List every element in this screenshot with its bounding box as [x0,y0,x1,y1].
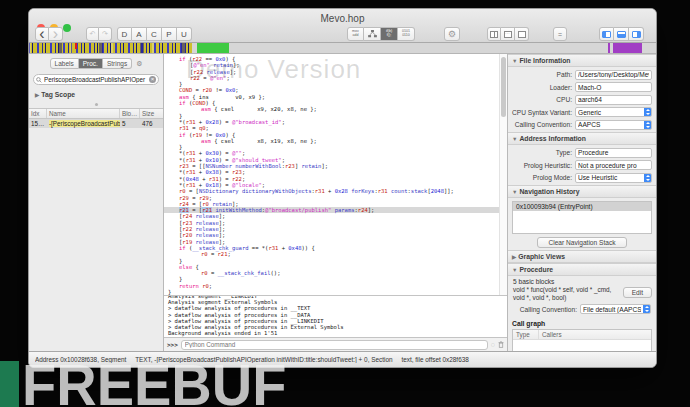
address-information-field-row: Prolog Mode:Use Heuristic [512,173,652,183]
split-view-group [487,27,529,41]
navigation-density-strip[interactable] [29,43,656,54]
window-title: Mevo.hop [29,13,656,24]
purple-marker-line [608,43,610,53]
analysis-log[interactable]: Analysis segment __LINKEDITAnalysis segm… [164,295,507,337]
calling-convention-select[interactable]: File default (AAPCS) [580,304,651,314]
toggle-left-panel-button[interactable] [599,27,614,41]
code-scrollbar[interactable] [499,54,507,295]
field-value: Generic [578,109,642,116]
pseudocode-mode-button[interactable]: if(b) f(); [381,27,398,41]
column-name[interactable]: Name [47,109,120,118]
splitter-handle[interactable] [95,103,98,106]
hex-view-button[interactable] [501,27,515,41]
field-input[interactable]: /Users/tony/Desktop/Mevo [575,70,652,80]
file-information-field-row: Path:/Users/tony/Desktop/Mevo [512,70,652,80]
stepper-icon [643,304,651,314]
column-callers[interactable]: Callers [539,330,565,339]
toggle-right-panel-button[interactable] [629,27,644,41]
field-input[interactable]: Mach-O [575,82,652,92]
single-view-button[interactable] [515,27,529,41]
field-label: Path: [512,71,572,78]
section-navigation-history[interactable]: ▼ Navigation History [508,185,656,198]
green-segment [197,43,229,53]
column-idx[interactable]: Idx [29,109,47,118]
field-value: Procedure [578,149,649,156]
field-select[interactable]: Generic [575,107,652,117]
column-blocks[interactable]: Blo… [120,109,140,118]
pseudocode-pane[interactable]: Demo Version if (r22 == 0x0) {[@"en" ret… [164,54,507,351]
section-procedure[interactable]: ▼ Procedure [508,263,656,276]
cfg-mode-button[interactable] [364,27,381,41]
field-select[interactable]: AAPCS [575,120,652,130]
field-input[interactable]: aarch64 [575,95,652,105]
section-graphic-views[interactable]: ▶ Graphic Views [508,250,656,263]
edit-signature-button[interactable]: Edit [623,287,652,298]
field-input[interactable]: Procedure [575,148,652,158]
toggle-bottom-panel-button[interactable] [614,27,629,41]
inspector-compare-button[interactable]: = [553,27,567,41]
navigation-history-list[interactable]: 0x100093b94 (EntryPoint) [512,201,652,234]
back-button[interactable]: ‹ [35,27,49,41]
forward-button[interactable]: › [49,27,63,41]
current-position-marker [75,43,77,49]
call-graph-table[interactable]: Type Callers [512,329,652,351]
field-label: CPU Syntax Variant: [512,109,572,116]
transform-button-a[interactable]: A [132,27,147,41]
clear-navigation-stack-button[interactable]: Clear Navigation Stack [537,237,626,248]
hex-mode-button[interactable]: 0101 0110 [398,27,415,41]
freebuf-watermark: FREEBUF [22,352,286,407]
purple-segment [613,43,642,53]
pseudocode-listing[interactable]: if (r22 == 0x0) {[@"en" retain];[r22 rel… [164,54,499,295]
column-size[interactable]: Size [140,109,163,118]
basic-blocks-count: 5 basic blocks [513,278,651,286]
sidebar-tabs: Labels Proc. Strings ⚙ [29,58,163,69]
trash-icon[interactable] [498,341,504,348]
gear-icon: ⚙ [448,29,456,39]
search-input[interactable] [44,76,149,83]
stepper-icon [644,173,652,183]
column-type[interactable]: Type [513,330,539,339]
tag-scope-disclosure[interactable]: ▶Tag Scope [35,91,163,98]
scrollbar-thumb[interactable] [501,57,506,117]
assembly-mode-button[interactable]: mov add [347,27,364,41]
transform-button-p[interactable]: P [162,27,177,41]
transform-button-d[interactable]: D [117,27,132,41]
search-icon [36,77,42,83]
field-label: CPU: [512,96,572,103]
log-line: Background analysis ended in 1'51 [168,330,507,336]
clear-search-icon[interactable]: × [149,76,156,83]
redo-icon[interactable]: ↷ [99,27,112,41]
zoom-window-button[interactable] [63,24,71,32]
disclosure-triangle-icon: ▼ [512,136,517,142]
field-select[interactable]: Use Heuristic [575,173,652,183]
python-command-field[interactable] [181,340,488,350]
transform-button-u[interactable]: U [177,27,192,41]
section-address-information[interactable]: ▼ Address Information [508,132,656,145]
field-value: /Users/tony/Desktop/Mevo [578,71,649,78]
disclosure-triangle-icon: ▼ [512,58,517,64]
view-mode-group: mov addif(b) f();0101 0110 [347,27,415,41]
list-item[interactable]: 0x100093b94 (EntryPoint) [513,202,651,211]
procedure-table-header[interactable]: Idx Name Blo… Size [29,108,163,119]
file-information-field-row: CPU Syntax Variant:Generic [512,107,652,117]
transform-button-c[interactable]: C [147,27,162,41]
stepper-icon [644,107,652,117]
address-information-field-row: Prolog Heuristic:Not a procedure pro [512,160,652,170]
equal-icon: = [558,31,562,38]
tab-strings[interactable]: Strings [103,58,132,69]
procedure-signature: void * func(void * self, void * _cmd, vo… [513,286,613,301]
settings-button[interactable]: ⚙ [444,27,460,41]
symbol-search-field[interactable]: × [33,74,159,85]
field-input[interactable]: Not a procedure pro [575,160,652,170]
tab-procedures[interactable]: Proc. [79,58,103,69]
split-vertical-button[interactable] [487,27,501,41]
python-command-input[interactable] [185,341,484,348]
stop-icon[interactable]: ◌ [491,341,495,348]
section-file-information[interactable]: ▼ File Information [508,54,656,67]
field-label: Prolog Heuristic: [512,162,572,169]
table-row[interactable]: 15… -[PeriscopeBroadcastPubli… 5 476 [29,119,163,128]
tab-labels[interactable]: Labels [50,58,79,69]
code-line[interactable]: r0 = [NSDictionary dictionaryWithObjects… [164,188,499,194]
undo-icon[interactable]: ↶ [86,27,99,41]
sidebar-settings-icon[interactable]: ⚙ [136,60,142,68]
